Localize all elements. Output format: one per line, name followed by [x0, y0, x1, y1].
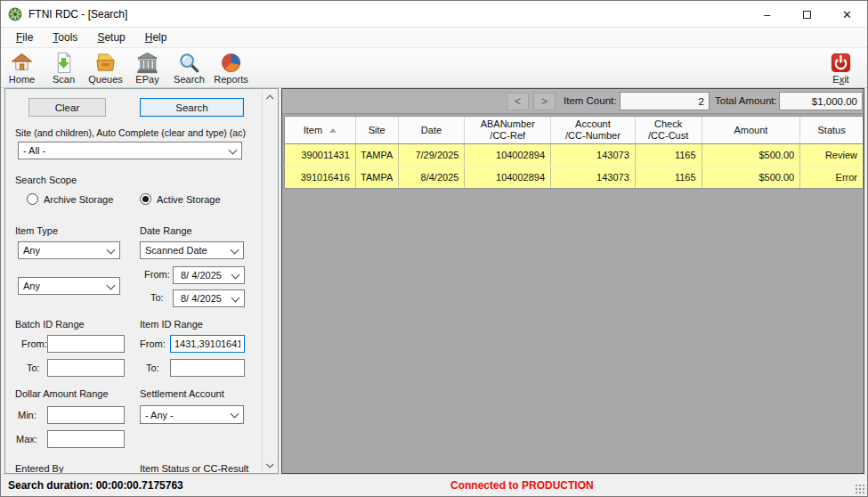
menu-tools[interactable]: Tools — [43, 29, 87, 45]
menu-help[interactable]: Help — [135, 29, 177, 45]
cell-check: 1165 — [636, 144, 702, 166]
date-type-combobox[interactable]: Scanned Date — [140, 241, 244, 259]
radio-icon — [27, 193, 38, 205]
app-window: FTNI RDC - [Search] – ✕ File Tools Setup… — [0, 0, 868, 497]
cell-date: 7/29/2025 — [399, 144, 466, 166]
settlement-account-label: Settlement Account — [140, 388, 224, 399]
reports-button[interactable]: Reports — [210, 48, 252, 87]
cell-status: Review — [800, 144, 863, 166]
scroll-down-icon[interactable] — [263, 457, 278, 472]
item-from-label: From: — [140, 338, 166, 349]
column-header-date[interactable]: Date — [399, 117, 466, 143]
app-logo-icon — [8, 7, 22, 21]
column-header-status[interactable]: Status — [800, 117, 863, 143]
table-row[interactable]: 391016416 TAMPA 8/4/2025 104002894 14307… — [284, 167, 864, 189]
date-range-label: Date Range — [140, 225, 192, 236]
item-to-label: To: — [146, 363, 159, 373]
max-input[interactable] — [47, 430, 125, 448]
column-header-amount[interactable]: Amount — [702, 117, 801, 143]
reports-icon — [220, 52, 242, 74]
column-header-account[interactable]: Account/CC-Number — [551, 117, 636, 143]
item-type-label: Item Type — [15, 225, 58, 236]
cell-amount: $500.00 — [702, 144, 801, 166]
item-count-field[interactable] — [620, 92, 710, 110]
item-to-input[interactable] — [170, 359, 245, 377]
cell-aba: 104002894 — [465, 167, 551, 188]
chevron-down-icon — [231, 410, 239, 419]
home-button[interactable]: Home — [1, 48, 43, 87]
clear-button[interactable]: Clear — [28, 98, 106, 117]
cell-item: 391016416 — [285, 167, 356, 188]
chevron-down-icon — [229, 146, 238, 155]
radio-checked-icon — [140, 193, 151, 205]
total-amount-field[interactable] — [779, 92, 863, 110]
column-header-site[interactable]: Site — [356, 117, 399, 143]
min-input[interactable] — [47, 406, 125, 424]
search-button[interactable]: Search — [140, 98, 244, 117]
settlement-account-combobox[interactable]: - Any - — [140, 405, 244, 424]
site-label: Site (and children), Auto Complete (clea… — [15, 127, 246, 138]
cell-site: TAMPA — [356, 167, 399, 188]
batch-from-label: From: — [21, 338, 47, 349]
next-page-button[interactable]: > — [533, 93, 556, 110]
results-topbar: < > Item Count: Total Amount: — [282, 89, 864, 114]
maximize-button[interactable] — [787, 1, 827, 28]
max-label: Max: — [16, 434, 37, 444]
total-amount-label: Total Amount: — [715, 95, 777, 106]
item-status-label: Item Status or CC-Result — [140, 463, 248, 474]
queues-icon — [94, 52, 117, 74]
item-from-input[interactable] — [170, 335, 245, 353]
menu-setup[interactable]: Setup — [87, 29, 134, 45]
connection-status-text: Connected to PRODUCTION — [450, 479, 594, 492]
search-panel: Clear Search Site (and children), Auto C… — [4, 88, 279, 474]
site-combobox[interactable]: - All - — [18, 142, 242, 159]
table-row[interactable]: 390011431 TAMPA 7/29/2025 104002894 1430… — [284, 144, 864, 167]
batch-from-input[interactable] — [47, 335, 125, 353]
close-button[interactable]: ✕ — [827, 1, 867, 28]
cell-date: 8/4/2025 — [399, 167, 466, 188]
status-bar: Search duration: 00:00:00.7175763 Connec… — [1, 474, 867, 496]
scroll-up-icon[interactable] — [263, 90, 278, 105]
column-header-abanumber[interactable]: ABANumber/CC-Ref — [465, 117, 551, 143]
archive-storage-radio[interactable]: Archive Storage — [27, 193, 113, 205]
epay-button[interactable]: EPay — [126, 48, 168, 87]
cell-amount: $500.00 — [702, 167, 801, 188]
scan-button[interactable]: Scan — [43, 48, 85, 87]
home-icon — [11, 52, 33, 74]
cell-item: 390011431 — [285, 144, 356, 166]
column-header-check[interactable]: Check/CC-Cust — [636, 117, 702, 143]
window-title: FTNI RDC - [Search] — [28, 8, 127, 20]
item-type2-combobox[interactable]: Any — [18, 277, 120, 295]
grid-header: Item Site Date ABANumber/CC-Ref Account/… — [284, 116, 864, 144]
date-to-picker[interactable]: 8/ 4/2025 — [173, 289, 245, 307]
prev-page-button[interactable]: < — [507, 93, 529, 110]
cell-aba: 104002894 — [465, 144, 551, 166]
dollar-amount-range-label: Dollar Amount Range — [15, 388, 109, 399]
chevron-down-icon — [231, 271, 240, 280]
menu-file[interactable]: File — [6, 29, 43, 45]
title-bar: FTNI RDC - [Search] – ✕ — [1, 1, 867, 28]
toolbar: Home Scan Queues — [1, 47, 867, 88]
resize-grip[interactable] — [855, 484, 865, 494]
panel-scrollbar[interactable] — [262, 90, 277, 472]
minimize-button[interactable]: – — [747, 1, 787, 28]
date-from-label: From: — [144, 269, 170, 280]
search-nav-button[interactable]: Search — [168, 48, 210, 87]
results-grid: Item Site Date ABANumber/CC-Ref Account/… — [284, 116, 864, 189]
chevron-down-icon — [107, 281, 116, 290]
active-storage-radio[interactable]: Active Storage — [140, 193, 221, 205]
cell-account: 143073 — [551, 144, 636, 166]
scan-icon — [53, 52, 75, 74]
exit-button[interactable]: Exit — [820, 48, 862, 87]
menu-bar: File Tools Setup Help — [1, 28, 867, 47]
date-from-picker[interactable]: 8/ 4/2025 — [173, 266, 245, 284]
item-type-combobox[interactable]: Any — [18, 241, 120, 259]
sort-ascending-icon — [329, 128, 337, 133]
cell-check: 1165 — [636, 167, 702, 188]
search-icon — [178, 52, 200, 74]
queues-button[interactable]: Queues — [85, 48, 126, 87]
batch-to-input[interactable] — [47, 359, 125, 377]
maximize-icon — [803, 11, 811, 19]
batch-to-label: To: — [27, 363, 40, 373]
column-header-item[interactable]: Item — [285, 117, 356, 143]
